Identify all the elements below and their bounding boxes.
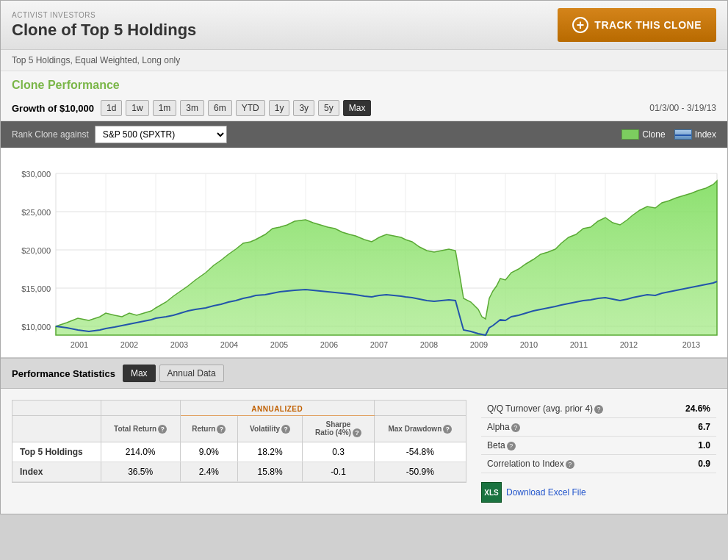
return-help-icon[interactable]: ? bbox=[217, 425, 226, 434]
clone-performance-title: Clone Performance bbox=[12, 79, 716, 92]
plus-icon: + bbox=[572, 17, 588, 33]
col-total-return: Total Return? bbox=[101, 416, 180, 442]
svg-text:2012: 2012 bbox=[620, 340, 638, 349]
svg-text:2013: 2013 bbox=[682, 340, 700, 349]
period-1d[interactable]: 1d bbox=[101, 100, 122, 116]
row-return-top5: 9.0% bbox=[180, 442, 237, 462]
row-sharpe-index: -0.1 bbox=[303, 462, 375, 482]
period-ytd[interactable]: YTD bbox=[236, 100, 265, 116]
subtitle-text: Top 5 Holdings, Equal Weighted, Long onl… bbox=[12, 55, 180, 65]
row-vol-index: 15.8% bbox=[237, 462, 302, 482]
rank-select[interactable]: S&P 500 (SPXTR) bbox=[95, 126, 227, 143]
stats-table-wrapper: ANNUALIZED Total Return? Return? bbox=[12, 400, 466, 503]
legend-index-label: Index bbox=[695, 129, 716, 140]
header-left: ACTIVIST INVESTORS Clone of Top 5 Holdin… bbox=[12, 11, 196, 40]
header: ACTIVIST INVESTORS Clone of Top 5 Holdin… bbox=[1, 1, 727, 50]
index-swatch bbox=[674, 129, 692, 140]
tab-max[interactable]: Max bbox=[123, 365, 156, 382]
svg-text:2003: 2003 bbox=[170, 340, 188, 349]
right-stats-panel: Q/Q Turnover (avg. prior 4)? 24.6% Alpha… bbox=[481, 400, 716, 503]
svg-text:2005: 2005 bbox=[270, 340, 288, 349]
row-total-return-top5: 214.0% bbox=[101, 442, 180, 462]
period-5y[interactable]: 5y bbox=[318, 100, 339, 116]
svg-text:2004: 2004 bbox=[220, 340, 238, 349]
clone-swatch bbox=[621, 129, 639, 140]
svg-text:2007: 2007 bbox=[370, 340, 388, 349]
chart-controls: Growth of $10,000 1d 1w 1m 3m 6m YTD 1y … bbox=[1, 96, 727, 121]
svg-text:2009: 2009 bbox=[470, 340, 488, 349]
correlation-help-icon[interactable]: ? bbox=[566, 460, 574, 469]
svg-text:2011: 2011 bbox=[570, 340, 588, 349]
stat-value-beta: 1.0 bbox=[664, 437, 716, 455]
alpha-help-icon[interactable]: ? bbox=[511, 423, 520, 432]
row-total-return-index: 36.5% bbox=[101, 462, 180, 482]
period-1y[interactable]: 1y bbox=[269, 100, 290, 116]
excel-icon: XLS bbox=[481, 482, 502, 503]
svg-text:2008: 2008 bbox=[420, 340, 438, 349]
rank-bar: Rank Clone against S&P 500 (SPXTR) Clone… bbox=[1, 121, 727, 148]
period-6m[interactable]: 6m bbox=[208, 100, 232, 116]
track-clone-button[interactable]: + TRACK THIS CLONE bbox=[558, 8, 716, 42]
period-3y[interactable]: 3y bbox=[293, 100, 314, 116]
rank-label: Rank Clone against bbox=[12, 129, 89, 140]
beta-help-icon[interactable]: ? bbox=[507, 442, 516, 450]
sharpe-help-icon[interactable]: ? bbox=[353, 428, 361, 437]
col-max-drawdown: Max Drawdown? bbox=[374, 416, 466, 442]
main-container: ACTIVIST INVESTORS Clone of Top 5 Holdin… bbox=[0, 0, 728, 514]
volatility-help-icon[interactable]: ? bbox=[281, 425, 290, 434]
chart-area: $30,000 $25,000 $20,000 $15,000 $10,000 bbox=[1, 148, 727, 358]
svg-text:$30,000: $30,000 bbox=[21, 170, 51, 179]
stat-value-alpha: 6.7 bbox=[664, 418, 716, 437]
legend-clone-label: Clone bbox=[642, 129, 665, 140]
svg-text:$20,000: $20,000 bbox=[21, 246, 51, 255]
legend: Clone Index bbox=[621, 129, 716, 140]
svg-text:2001: 2001 bbox=[71, 340, 88, 349]
period-1w[interactable]: 1w bbox=[126, 100, 148, 116]
stat-label-alpha: Alpha? bbox=[481, 418, 664, 437]
total-return-help-icon[interactable]: ? bbox=[158, 425, 167, 434]
legend-clone-item: Clone bbox=[621, 129, 665, 140]
category-label: ACTIVIST INVESTORS bbox=[12, 11, 196, 19]
row-vol-top5: 18.2% bbox=[237, 442, 302, 462]
section-header: Clone Performance bbox=[1, 71, 727, 96]
period-1m[interactable]: 1m bbox=[153, 100, 177, 116]
stat-value-turnover: 24.6% bbox=[664, 400, 716, 418]
table-border: ANNUALIZED Total Return? Return? bbox=[12, 400, 466, 483]
table-row: Index 36.5% 2.4% 15.8% -0.1 -50.9% bbox=[12, 462, 466, 482]
row-sharpe-top5: 0.3 bbox=[303, 442, 375, 462]
download-excel-link[interactable]: Download Excel File bbox=[506, 487, 586, 498]
tab-annual-data[interactable]: Annual Data bbox=[159, 365, 224, 382]
stats-content: ANNUALIZED Total Return? Return? bbox=[1, 389, 727, 514]
subtitle-bar: Top 5 Holdings, Equal Weighted, Long onl… bbox=[1, 50, 727, 71]
svg-text:2006: 2006 bbox=[320, 340, 338, 349]
chart-controls-left: Growth of $10,000 1d 1w 1m 3m 6m YTD 1y … bbox=[12, 100, 371, 116]
rank-bar-left: Rank Clone against S&P 500 (SPXTR) bbox=[12, 126, 227, 143]
svg-text:2002: 2002 bbox=[120, 340, 138, 349]
annualized-header: ANNUALIZED bbox=[180, 401, 374, 416]
stat-label-correlation: Correlation to Index? bbox=[481, 455, 664, 473]
period-3m[interactable]: 3m bbox=[180, 100, 204, 116]
turnover-help-icon[interactable]: ? bbox=[594, 405, 603, 414]
stat-row-beta: Beta? 1.0 bbox=[481, 437, 716, 455]
stat-row-alpha: Alpha? 6.7 bbox=[481, 418, 716, 437]
period-max[interactable]: Max bbox=[343, 100, 372, 116]
track-btn-label: TRACK THIS CLONE bbox=[594, 19, 702, 31]
col-sharpe: SharpeRatio (4%)? bbox=[303, 416, 375, 442]
stat-row-turnover: Q/Q Turnover (avg. prior 4)? 24.6% bbox=[481, 400, 716, 418]
row-drawdown-index: -50.9% bbox=[374, 462, 466, 482]
row-drawdown-top5: -54.8% bbox=[374, 442, 466, 462]
svg-text:$25,000: $25,000 bbox=[21, 208, 51, 217]
col-volatility: Volatility? bbox=[237, 416, 302, 442]
stat-label-beta: Beta? bbox=[481, 437, 664, 455]
performance-chart: $30,000 $25,000 $20,000 $15,000 $10,000 bbox=[1, 155, 728, 353]
page-title: Clone of Top 5 Holdings bbox=[12, 21, 196, 40]
stats-header: Performance Statistics Max Annual Data bbox=[1, 358, 727, 389]
date-range: 01/3/00 - 3/19/13 bbox=[649, 103, 716, 113]
row-return-index: 2.4% bbox=[180, 462, 237, 482]
table-row: Top 5 Holdings 214.0% 9.0% 18.2% 0.3 -54… bbox=[12, 442, 466, 462]
svg-text:2010: 2010 bbox=[520, 340, 538, 349]
performance-table: ANNUALIZED Total Return? Return? bbox=[12, 401, 466, 482]
drawdown-help-icon[interactable]: ? bbox=[443, 425, 452, 434]
right-stats-table: Q/Q Turnover (avg. prior 4)? 24.6% Alpha… bbox=[481, 400, 716, 473]
svg-text:$15,000: $15,000 bbox=[21, 284, 51, 293]
